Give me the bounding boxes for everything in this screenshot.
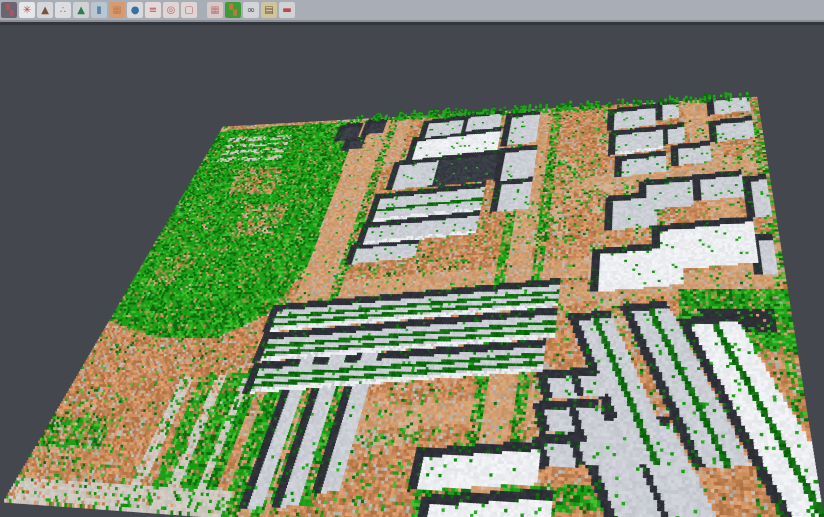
globe-view-glyph: ● xyxy=(131,5,140,15)
crop-region-glyph: ▢ xyxy=(184,5,193,15)
column-view-icon[interactable]: ▮ xyxy=(91,2,107,18)
terrain-brown-icon[interactable]: ▲ xyxy=(37,2,53,18)
points-small-icon[interactable]: ∴ xyxy=(55,2,71,18)
column-view-glyph: ▮ xyxy=(96,5,102,15)
select-region-glyph: ▚ xyxy=(5,5,13,15)
crop-region-icon[interactable]: ▢ xyxy=(181,2,197,18)
circle-select-icon[interactable]: ◎ xyxy=(163,2,179,18)
red-tool-icon[interactable]: ▬ xyxy=(279,2,295,18)
binoculars-icon[interactable]: ∞ xyxy=(243,2,259,18)
layer-list-glyph: ≡ xyxy=(149,5,157,15)
classification-map-icon[interactable]: ▚ xyxy=(225,2,241,18)
red-tool-glyph: ▬ xyxy=(282,5,291,15)
map-notes-glyph: ▤ xyxy=(264,5,273,15)
terrain-green-glyph: ▲ xyxy=(77,5,85,15)
toolbar: ▚✳▲∴▲▮▦●≡◎▢▦▚∞▤▬ xyxy=(0,0,824,22)
ortho-photo-icon[interactable]: ▦ xyxy=(109,2,125,18)
globe-view-icon[interactable]: ● xyxy=(127,2,143,18)
scatter-points-glyph: ✳ xyxy=(23,5,31,15)
classification-map-glyph: ▚ xyxy=(229,5,237,15)
select-region-icon[interactable]: ▚ xyxy=(1,2,17,18)
scatter-points-icon[interactable]: ✳ xyxy=(19,2,35,18)
viewport-3d[interactable] xyxy=(0,0,824,517)
terrain-brown-glyph: ▲ xyxy=(41,5,49,15)
grid-red-glyph: ▦ xyxy=(210,5,219,15)
map-notes-icon[interactable]: ▤ xyxy=(261,2,277,18)
circle-select-glyph: ◎ xyxy=(167,5,176,15)
ortho-photo-glyph: ▦ xyxy=(112,5,121,15)
layer-list-icon[interactable]: ≡ xyxy=(145,2,161,18)
points-small-glyph: ∴ xyxy=(60,5,66,15)
application-window: ▚✳▲∴▲▮▦●≡◎▢▦▚∞▤▬ xyxy=(0,0,824,517)
grid-red-icon[interactable]: ▦ xyxy=(207,2,223,18)
terrain-green-icon[interactable]: ▲ xyxy=(73,2,89,18)
binoculars-glyph: ∞ xyxy=(247,5,255,15)
